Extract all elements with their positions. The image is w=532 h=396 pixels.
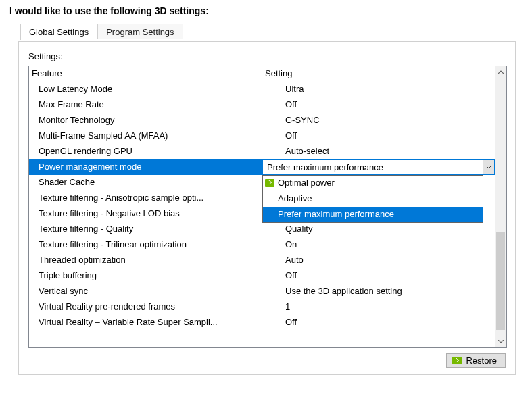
dropdown-item-label: Prefer maximum performance [278,209,394,219]
cell-feature: Virtual Reality pre-rendered frames [29,299,262,315]
tab-program-settings[interactable]: Program Settings [97,24,183,39]
table-row[interactable]: Monitor Technology G-SYNC [29,113,495,128]
power-mode-dropdown[interactable]: Optimal power Adaptive Prefer maximum pe… [262,175,483,223]
table-row[interactable]: Texture filtering - Trilinear optimizati… [29,237,495,253]
cell-setting: Auto [262,253,495,268]
combo-value: Prefer maximum performance [266,160,483,175]
cell-setting-combo[interactable]: Prefer maximum performance [262,159,495,175]
cell-feature: Vertical sync [29,284,262,299]
cell-feature: Texture filtering - Negative LOD bias [29,206,262,222]
dropdown-item-selected[interactable]: Prefer maximum performance [263,207,483,222]
nvidia-icon [452,357,462,364]
col-header-feature[interactable]: Feature [29,66,262,82]
cell-feature: Multi-Frame Sampled AA (MFAA) [29,128,262,144]
cell-setting: Auto-select [262,144,495,159]
cell-setting: Off [262,268,495,284]
cell-setting: Off [262,315,495,330]
scroll-up-icon[interactable] [495,66,506,78]
scroll-thumb[interactable] [496,232,505,330]
cell-feature: Monitor Technology [29,113,262,128]
settings-label: Settings: [28,51,506,61]
cell-feature: Texture filtering - Trilinear optimizati… [29,237,262,253]
table-row[interactable]: Triple buffering Off [29,268,495,284]
cell-feature: Max Frame Rate [29,97,262,113]
cell-setting: Ultra [262,82,495,97]
settings-grid: Feature Setting Low Latency Mode Ultra M… [28,66,507,348]
table-row[interactable]: Multi-Frame Sampled AA (MFAA) Off [29,128,495,144]
chevron-down-icon[interactable] [483,160,494,174]
cell-feature: Texture filtering - Anisotropic sample o… [29,191,262,206]
page-title: I would like to use the following 3D set… [0,0,532,23]
cell-feature: Threaded optimization [29,253,262,268]
dropdown-item-label: Optimal power [278,178,335,188]
cell-setting: 1 [262,299,495,315]
table-row[interactable]: Virtual Reality – Variable Rate Super Sa… [29,315,495,330]
table-row[interactable]: Texture filtering - Quality Quality [29,222,495,237]
table-row[interactable]: Vertical sync Use the 3D application set… [29,284,495,299]
tab-strip: Global Settings Program Settings [0,23,532,41]
grid-header: Feature Setting [29,66,495,82]
dropdown-item[interactable]: Adaptive [263,191,483,207]
cell-feature: OpenGL rendering GPU [29,144,262,159]
nvidia-icon [265,179,274,187]
tab-global-settings[interactable]: Global Settings [20,24,97,40]
col-header-setting[interactable]: Setting [262,66,495,82]
table-row-selected[interactable]: Power management mode Prefer maximum per… [29,159,495,175]
cell-feature: Virtual Reality – Variable Rate Super Sa… [29,315,262,330]
restore-button-label: Restore [466,355,497,366]
cell-setting: G-SYNC [262,113,495,128]
table-row[interactable]: Virtual Reality pre-rendered frames 1 [29,299,495,315]
scroll-down-icon[interactable] [495,336,506,347]
cell-setting: Off [262,128,495,144]
vertical-scrollbar[interactable] [495,66,506,347]
cell-setting: Use the 3D application setting [262,284,495,299]
table-row[interactable]: Low Latency Mode Ultra [29,82,495,97]
cell-feature: Shader Cache [29,175,262,191]
cell-feature: Low Latency Mode [29,82,262,97]
cell-setting: Off [262,97,495,113]
table-row[interactable]: Max Frame Rate Off [29,97,495,113]
settings-panel: Settings: Feature Setting Low Latency Mo… [18,41,516,375]
dropdown-item[interactable]: Optimal power [263,176,483,191]
scroll-track[interactable] [495,78,506,336]
cell-feature: Texture filtering - Quality [29,222,262,237]
dropdown-item-label: Adaptive [278,193,312,203]
cell-feature: Triple buffering [29,268,262,284]
cell-setting: On [262,237,495,253]
table-row[interactable]: Threaded optimization Auto [29,253,495,268]
cell-feature: Power management mode [29,159,262,175]
cell-setting: Quality [262,222,495,237]
restore-button[interactable]: Restore [446,353,506,368]
table-row[interactable]: OpenGL rendering GPU Auto-select [29,144,495,159]
